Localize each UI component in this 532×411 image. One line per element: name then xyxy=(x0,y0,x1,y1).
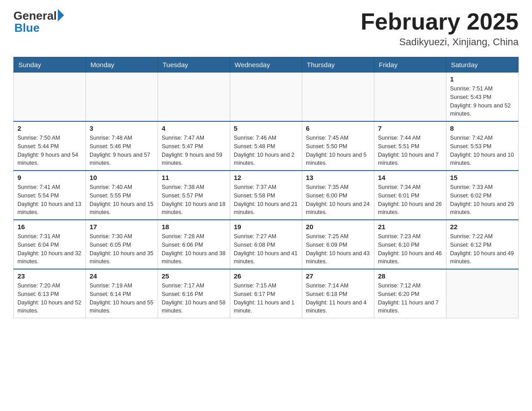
calendar-cell: 8Sunrise: 7:42 AMSunset: 5:53 PMDaylight… xyxy=(446,121,519,171)
calendar-cell xyxy=(230,73,302,122)
calendar-week-row: 2Sunrise: 7:50 AMSunset: 5:44 PMDaylight… xyxy=(14,121,519,171)
calendar-cell xyxy=(302,73,374,122)
day-number: 15 xyxy=(450,174,515,181)
calendar-header-sunday: Sunday xyxy=(14,57,86,73)
calendar-cell: 17Sunrise: 7:30 AMSunset: 6:05 PMDayligh… xyxy=(86,220,158,269)
calendar-cell: 11Sunrise: 7:38 AMSunset: 5:57 PMDayligh… xyxy=(158,171,230,220)
day-info: Sunrise: 7:20 AMSunset: 6:13 PMDaylight:… xyxy=(17,282,82,315)
day-number: 7 xyxy=(378,124,442,132)
day-info: Sunrise: 7:50 AMSunset: 5:44 PMDaylight:… xyxy=(17,134,82,167)
calendar-cell: 20Sunrise: 7:25 AMSunset: 6:09 PMDayligh… xyxy=(302,220,374,269)
day-info: Sunrise: 7:22 AMSunset: 6:12 PMDaylight:… xyxy=(450,232,515,266)
day-info: Sunrise: 7:45 AMSunset: 5:50 PMDaylight:… xyxy=(306,134,370,167)
calendar-cell xyxy=(374,73,446,122)
day-info: Sunrise: 7:42 AMSunset: 5:53 PMDaylight:… xyxy=(450,134,515,167)
day-number: 4 xyxy=(162,124,226,132)
calendar-header-monday: Monday xyxy=(86,57,158,73)
title-block: February 2025 Sadikyuezi, Xinjiang, Chin… xyxy=(360,9,519,48)
calendar-cell: 14Sunrise: 7:34 AMSunset: 6:01 PMDayligh… xyxy=(374,171,446,220)
day-info: Sunrise: 7:34 AMSunset: 6:01 PMDaylight:… xyxy=(378,183,442,217)
calendar-cell: 16Sunrise: 7:31 AMSunset: 6:04 PMDayligh… xyxy=(14,220,86,269)
calendar-cell: 10Sunrise: 7:40 AMSunset: 5:55 PMDayligh… xyxy=(86,171,158,220)
day-number: 18 xyxy=(162,223,226,231)
day-number: 27 xyxy=(306,272,370,280)
day-number: 28 xyxy=(378,272,442,280)
day-info: Sunrise: 7:28 AMSunset: 6:06 PMDaylight:… xyxy=(162,232,226,266)
logo-blue-text: Blue xyxy=(14,21,64,35)
day-number: 25 xyxy=(162,272,226,280)
calendar-cell: 24Sunrise: 7:19 AMSunset: 6:14 PMDayligh… xyxy=(86,269,158,318)
day-number: 21 xyxy=(378,223,442,231)
day-info: Sunrise: 7:31 AMSunset: 6:04 PMDaylight:… xyxy=(17,232,82,266)
day-number: 26 xyxy=(234,272,298,280)
day-number: 22 xyxy=(450,223,515,231)
calendar-cell: 15Sunrise: 7:33 AMSunset: 6:02 PMDayligh… xyxy=(446,171,519,220)
location-title: Sadikyuezi, Xinjiang, China xyxy=(360,36,519,48)
calendar-cell xyxy=(446,269,519,318)
day-info: Sunrise: 7:47 AMSunset: 5:47 PMDaylight:… xyxy=(162,134,226,167)
day-info: Sunrise: 7:27 AMSunset: 6:08 PMDaylight:… xyxy=(234,232,298,266)
calendar-cell: 5Sunrise: 7:46 AMSunset: 5:48 PMDaylight… xyxy=(230,121,302,171)
calendar-cell: 7Sunrise: 7:44 AMSunset: 5:51 PMDaylight… xyxy=(374,121,446,171)
day-info: Sunrise: 7:51 AMSunset: 5:43 PMDaylight:… xyxy=(450,85,515,118)
calendar-header-wednesday: Wednesday xyxy=(230,57,302,73)
day-number: 1 xyxy=(450,75,515,83)
logo-block: General Blue xyxy=(13,9,64,35)
day-number: 12 xyxy=(234,174,298,181)
calendar-week-row: 1Sunrise: 7:51 AMSunset: 5:43 PMDaylight… xyxy=(14,73,519,122)
calendar-cell: 4Sunrise: 7:47 AMSunset: 5:47 PMDaylight… xyxy=(158,121,230,171)
calendar-cell xyxy=(158,73,230,122)
calendar-cell: 28Sunrise: 7:12 AMSunset: 6:20 PMDayligh… xyxy=(374,269,446,318)
day-info: Sunrise: 7:23 AMSunset: 6:10 PMDaylight:… xyxy=(378,232,442,266)
calendar-cell: 27Sunrise: 7:14 AMSunset: 6:18 PMDayligh… xyxy=(302,269,374,318)
day-number: 23 xyxy=(17,272,82,280)
day-info: Sunrise: 7:37 AMSunset: 5:58 PMDaylight:… xyxy=(234,183,298,217)
calendar-header-saturday: Saturday xyxy=(446,57,519,73)
day-number: 20 xyxy=(306,223,370,231)
calendar-cell: 6Sunrise: 7:45 AMSunset: 5:50 PMDaylight… xyxy=(302,121,374,171)
day-info: Sunrise: 7:38 AMSunset: 5:57 PMDaylight:… xyxy=(162,183,226,217)
calendar-cell xyxy=(86,73,158,122)
calendar-week-row: 23Sunrise: 7:20 AMSunset: 6:13 PMDayligh… xyxy=(14,269,519,318)
day-info: Sunrise: 7:17 AMSunset: 6:16 PMDaylight:… xyxy=(162,282,226,315)
calendar-cell: 21Sunrise: 7:23 AMSunset: 6:10 PMDayligh… xyxy=(374,220,446,269)
day-info: Sunrise: 7:35 AMSunset: 6:00 PMDaylight:… xyxy=(306,183,370,217)
day-number: 16 xyxy=(17,223,82,231)
calendar-header-thursday: Thursday xyxy=(302,57,374,73)
page-header: General Blue February 2025 Sadikyuezi, X… xyxy=(13,9,519,48)
day-info: Sunrise: 7:12 AMSunset: 6:20 PMDaylight:… xyxy=(378,282,442,315)
day-number: 6 xyxy=(306,124,370,132)
calendar-cell: 12Sunrise: 7:37 AMSunset: 5:58 PMDayligh… xyxy=(230,171,302,220)
day-info: Sunrise: 7:40 AMSunset: 5:55 PMDaylight:… xyxy=(90,183,154,217)
calendar-header-row: SundayMondayTuesdayWednesdayThursdayFrid… xyxy=(14,57,519,73)
day-number: 24 xyxy=(90,272,154,280)
month-title: February 2025 xyxy=(360,9,519,34)
day-info: Sunrise: 7:33 AMSunset: 6:02 PMDaylight:… xyxy=(450,183,515,217)
day-info: Sunrise: 7:14 AMSunset: 6:18 PMDaylight:… xyxy=(306,282,370,315)
day-number: 17 xyxy=(90,223,154,231)
calendar-cell: 22Sunrise: 7:22 AMSunset: 6:12 PMDayligh… xyxy=(446,220,519,269)
day-info: Sunrise: 7:30 AMSunset: 6:05 PMDaylight:… xyxy=(90,232,154,266)
calendar-header-friday: Friday xyxy=(374,57,446,73)
day-number: 14 xyxy=(378,174,442,181)
day-info: Sunrise: 7:46 AMSunset: 5:48 PMDaylight:… xyxy=(234,134,298,167)
day-number: 8 xyxy=(450,124,515,132)
logo-triangle-icon xyxy=(58,9,64,21)
day-number: 11 xyxy=(162,174,226,181)
day-number: 2 xyxy=(17,124,82,132)
calendar-week-row: 9Sunrise: 7:41 AMSunset: 5:54 PMDaylight… xyxy=(14,171,519,220)
day-number: 13 xyxy=(306,174,370,181)
calendar-cell: 2Sunrise: 7:50 AMSunset: 5:44 PMDaylight… xyxy=(14,121,86,171)
calendar-cell: 13Sunrise: 7:35 AMSunset: 6:00 PMDayligh… xyxy=(302,171,374,220)
calendar-week-row: 16Sunrise: 7:31 AMSunset: 6:04 PMDayligh… xyxy=(14,220,519,269)
calendar-cell: 9Sunrise: 7:41 AMSunset: 5:54 PMDaylight… xyxy=(14,171,86,220)
calendar-header-tuesday: Tuesday xyxy=(158,57,230,73)
calendar-cell: 23Sunrise: 7:20 AMSunset: 6:13 PMDayligh… xyxy=(14,269,86,318)
day-number: 3 xyxy=(90,124,154,132)
logo: General Blue xyxy=(13,9,64,35)
day-info: Sunrise: 7:19 AMSunset: 6:14 PMDaylight:… xyxy=(90,282,154,315)
day-number: 9 xyxy=(17,174,82,181)
calendar-cell: 19Sunrise: 7:27 AMSunset: 6:08 PMDayligh… xyxy=(230,220,302,269)
calendar-cell: 3Sunrise: 7:48 AMSunset: 5:46 PMDaylight… xyxy=(86,121,158,171)
calendar-cell: 26Sunrise: 7:15 AMSunset: 6:17 PMDayligh… xyxy=(230,269,302,318)
